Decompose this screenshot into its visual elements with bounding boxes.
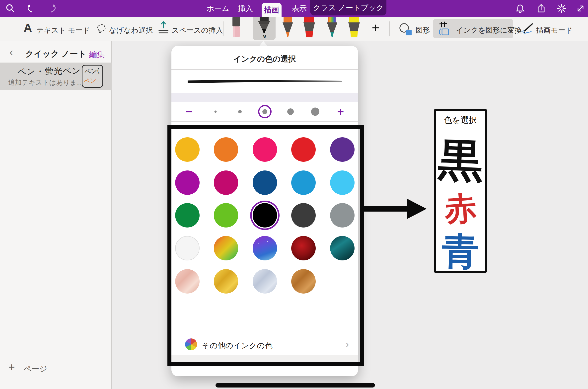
swatch-navy-blue[interactable] <box>253 170 277 195</box>
thumbnail-ink-black: ペン( <box>84 66 100 76</box>
popup-notch <box>259 41 268 46</box>
thumbnail-ink-orange: ペン <box>83 76 97 85</box>
lasso-icon <box>96 23 107 34</box>
onenote-app: ホーム 挿入 描画 表示 クラス ノートブック <box>0 0 588 389</box>
popup-bottom-strip <box>171 355 358 362</box>
swatch-rainbow-glitter[interactable] <box>214 236 238 260</box>
sidebar-divider <box>0 355 112 355</box>
black-pen-tool[interactable] <box>256 17 272 33</box>
swatch-green[interactable] <box>175 203 200 228</box>
text-mode-icon: A <box>24 21 32 34</box>
swatch-white[interactable] <box>175 236 200 260</box>
draw-mode-icon <box>521 22 534 35</box>
insert-space-icon <box>157 20 169 36</box>
shapes-icon <box>398 22 413 36</box>
orange-pen-tool[interactable] <box>281 17 295 38</box>
edit-button[interactable]: 編集 <box>89 49 105 60</box>
pages-sidebar: ‹ クイック ノート 編集 ペン・蛍光ペン 追加テキストはありま… ペン( ペン… <box>0 41 112 389</box>
annotation-box-title: 色を選択 <box>436 115 485 126</box>
swatch-orange[interactable] <box>214 137 238 162</box>
handwritten-kanji-black: 黒 <box>435 137 486 184</box>
plus-icon: + <box>8 361 15 373</box>
handwritten-kanji-red: 赤 <box>435 192 486 226</box>
swatch-pink[interactable] <box>253 137 277 162</box>
tab-home[interactable]: ホーム <box>204 0 232 17</box>
page-thumbnail: ペン( ペン <box>82 65 103 88</box>
swatch-red[interactable] <box>291 137 316 162</box>
swatch-bronze-glitter[interactable] <box>291 269 316 294</box>
toolbar-divider <box>223 21 223 36</box>
toolbar-divider <box>389 21 390 36</box>
home-indicator-bar[interactable] <box>216 383 375 388</box>
redo-icon[interactable] <box>48 3 59 14</box>
search-icon[interactable] <box>5 3 16 14</box>
shapes-label: 図形 <box>416 25 430 35</box>
color-select-annotation-box: 色を選択 黒 赤 青 <box>434 109 487 273</box>
lasso-label: なげなわ選択 <box>109 25 153 35</box>
settings-gear-icon[interactable] <box>556 3 567 14</box>
rainbow-galaxy-pen-tool[interactable] <box>325 17 339 38</box>
share-icon[interactable] <box>536 3 547 14</box>
pen-options-chevron-down-icon[interactable]: ∨ <box>261 33 269 40</box>
tab-view[interactable]: 表示 <box>289 0 310 17</box>
chevron-right-icon: › <box>345 338 349 350</box>
swatch-teal-ocean[interactable] <box>330 236 355 260</box>
page-item-title: ペン・蛍光ペン <box>17 65 81 78</box>
swatch-silver-glitter[interactable] <box>253 269 277 294</box>
page-list-item-selected[interactable]: ペン・蛍光ペン 追加テキストはありま… ペン( ペン <box>0 63 112 90</box>
swatch-black[interactable] <box>253 203 277 228</box>
handwritten-kanji-blue: 青 <box>436 232 486 270</box>
yellow-highlighter-tool[interactable] <box>347 17 361 38</box>
swatch-galaxy[interactable] <box>253 236 277 260</box>
swatch-magenta[interactable] <box>175 170 200 195</box>
tab-draw[interactable]: 描画 <box>262 3 282 17</box>
page-item-subtitle: 追加テキストはありま… <box>8 78 83 87</box>
ink-color-popup: インクの色の選択 − + その他のインクの色 › <box>171 46 358 376</box>
notifications-bell-icon[interactable] <box>515 3 526 14</box>
add-pen-button[interactable]: + <box>372 20 380 35</box>
more-ink-colors-label: その他のインクの色 <box>202 340 273 351</box>
draw-mode-label: 描画モード <box>536 25 573 35</box>
fullscreen-expand-icon[interactable] <box>575 3 586 14</box>
swatch-rose-gold[interactable] <box>175 269 200 294</box>
top-app-bar: ホーム 挿入 描画 表示 クラス ノートブック <box>0 0 588 17</box>
swatch-red-lava[interactable] <box>291 236 316 260</box>
swatch-gold[interactable] <box>175 137 200 162</box>
tab-insert[interactable]: 挿入 <box>235 0 256 17</box>
draw-toolbar: A テキスト モード なげなわ選択 スペースの挿入 <box>0 17 588 41</box>
insert-space-label: スペースの挿入 <box>172 25 223 35</box>
swatch-purple[interactable] <box>330 137 355 162</box>
swatch-dark-gray[interactable] <box>291 203 316 228</box>
swatch-gold-glitter[interactable] <box>214 269 238 294</box>
ink-to-shape-button[interactable]: インクを図形に変換 <box>433 19 513 38</box>
ink-to-shape-icon <box>438 21 452 36</box>
ink-to-shape-label: インクを図形に変換 <box>456 25 522 35</box>
undo-icon[interactable] <box>24 3 35 14</box>
annotation-arrow-right <box>361 197 428 221</box>
popup-divider <box>185 337 358 337</box>
tab-class-notebook[interactable]: クラス ノートブック <box>310 0 386 15</box>
text-mode-label: テキスト モード <box>36 25 90 35</box>
eraser-tool[interactable] <box>230 17 243 37</box>
swatch-light-green[interactable] <box>214 203 238 228</box>
swatch-blue[interactable] <box>291 170 316 195</box>
color-grid <box>171 46 358 376</box>
add-page-label: ページ <box>24 364 47 374</box>
swatch-dark-pink[interactable] <box>214 170 238 195</box>
swatch-sky-blue[interactable] <box>330 170 355 195</box>
swatch-gray[interactable] <box>330 203 355 228</box>
red-highlighter-tool[interactable] <box>302 17 316 38</box>
color-wheel-icon <box>185 338 197 350</box>
